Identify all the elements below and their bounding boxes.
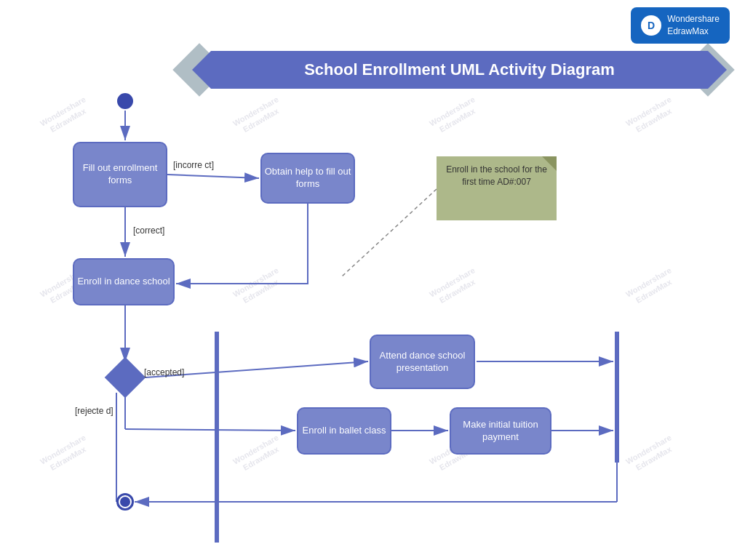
enroll-ballet-node: Enroll in ballet class [297, 407, 391, 455]
note-label: Enroll in the school for the first time … [446, 164, 547, 187]
end-node-inner [120, 497, 130, 507]
enroll-dance-label: Enroll in dance school [77, 276, 170, 288]
start-node [117, 93, 133, 109]
watermark-4: WondershareEdrawMax [231, 94, 286, 137]
watermark-10: WondershareEdrawMax [624, 94, 679, 137]
page-title: School Enrollment UML Activity Diagram [304, 60, 615, 79]
fill-out-label: Fill out enrollment forms [74, 162, 166, 187]
brand-badge: D Wondershare EdrawMax [631, 7, 730, 44]
svg-line-15 [342, 189, 437, 276]
watermark-6: WondershareEdrawMax [231, 432, 286, 476]
fill-out-node: Fill out enrollment forms [73, 142, 167, 207]
watermark-12: WondershareEdrawMax [624, 432, 679, 476]
brand-line2: EdrawMax [667, 25, 720, 38]
brand-line1: Wondershare [667, 13, 720, 25]
brand-icon-letter: D [648, 20, 655, 31]
watermark-8: WondershareEdrawMax [428, 265, 482, 308]
watermark-1: WondershareEdrawMax [39, 94, 93, 137]
watermark-11: WondershareEdrawMax [624, 265, 679, 308]
attend-presentation-node: Attend dance school presentation [370, 335, 475, 389]
obtain-help-node: Obtain help to fill out forms [260, 153, 355, 204]
decision-diamond [105, 357, 146, 399]
watermark-3: WondershareEdrawMax [39, 432, 93, 476]
watermark-7: WondershareEdrawMax [428, 94, 482, 137]
rejected-label: [rejecte d] [75, 406, 113, 416]
watermark-5: WondershareEdrawMax [231, 265, 286, 308]
obtain-help-label: Obtain help to fill out forms [262, 166, 354, 191]
make-payment-label: Make initial tuition payment [451, 419, 550, 444]
svg-line-8 [125, 429, 295, 431]
attend-presentation-label: Attend dance school presentation [371, 350, 474, 375]
swimlane-left-bar [215, 332, 219, 543]
swimlane-right-bar [615, 332, 619, 463]
accepted-label: [accepted] [144, 367, 184, 377]
svg-line-3 [167, 175, 259, 178]
brand-icon: D [641, 15, 661, 36]
title-banner: School Enrollment UML Activity Diagram [211, 51, 708, 89]
make-payment-node: Make initial tuition payment [450, 407, 551, 455]
incorrect-label: [incorre ct] [173, 160, 214, 170]
end-node [116, 493, 134, 511]
note-node: Enroll in the school for the first time … [437, 156, 557, 220]
correct-label: [correct] [133, 225, 164, 236]
enroll-ballet-label: Enroll in ballet class [303, 425, 386, 437]
brand-text: Wondershare EdrawMax [667, 13, 720, 38]
enroll-dance-node: Enroll in dance school [73, 258, 175, 305]
